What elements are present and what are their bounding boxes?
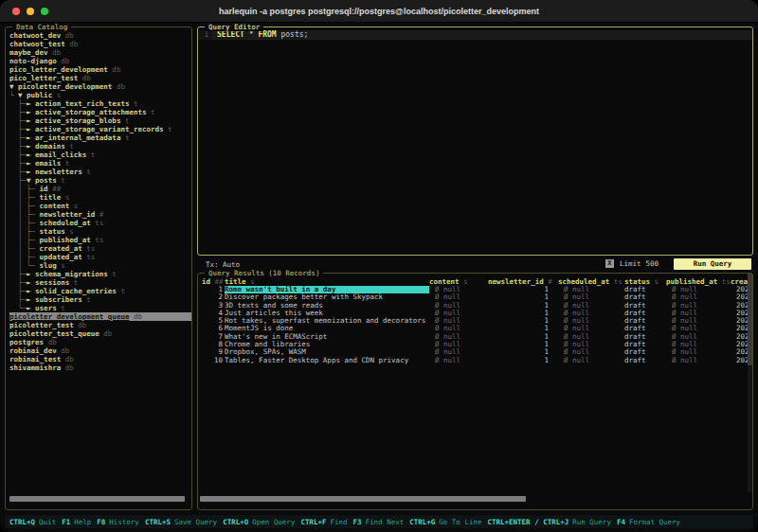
limit-checkbox[interactable]: X — [605, 259, 614, 268]
catalog-item-scheduled_at[interactable]: │ ├─ scheduled_at ts — [9, 219, 191, 227]
cell[interactable]: 10 — [202, 357, 225, 364]
table-row[interactable]: 8Chrome and librariesØ null1Ø nulldraftØ… — [202, 341, 752, 348]
catalog-item-subscribers[interactable]: ├─► subscribers t — [9, 295, 191, 304]
catalog-item-status[interactable]: │ ├─ status s — [9, 227, 191, 236]
cell[interactable]: draft — [624, 317, 666, 325]
cell[interactable]: 7 — [202, 333, 225, 341]
catalog-item-picoletter_development[interactable]: ▼ picoletter_development db — [9, 82, 191, 91]
cell[interactable]: Ø null — [666, 333, 731, 341]
catalog-item-active_storage_variant_records[interactable]: ├─► active_storage_variant_records t — [9, 125, 191, 133]
catalog-item-chatwoot_dev[interactable]: chatwoot_dev db — [9, 31, 191, 40]
shortcut-open-query[interactable]: CTRL+OOpen Query — [223, 518, 295, 526]
catalog-item-picoletter_test[interactable]: picoletter_test db — [9, 321, 191, 329]
table-row[interactable]: 6MomentJS is doneØ null1Ø nulldraftØ nul… — [202, 325, 752, 332]
cell[interactable]: 1 — [488, 317, 558, 325]
catalog-item-sessions[interactable]: ├─► sessions t — [9, 278, 191, 287]
cell[interactable]: Ø null — [558, 325, 624, 332]
cell[interactable]: 1 — [202, 286, 225, 293]
catalog-item-pico_letter_test[interactable]: pico_letter_test db — [9, 74, 191, 82]
cell[interactable]: 8 — [202, 341, 225, 348]
column-header-id[interactable]: id ## — [202, 277, 225, 286]
column-header-title[interactable]: title s — [225, 277, 429, 286]
shortcut-find[interactable]: CTRL+FFind — [300, 518, 347, 526]
shortcut-quit[interactable]: CTRL+QQuit — [9, 518, 56, 526]
catalog-item-picoletter_test_queue[interactable]: picoletter_test_queue db — [9, 329, 191, 338]
cell[interactable]: 1 — [488, 357, 558, 364]
catalog-item-schema_migrations[interactable]: ├─► schema_migrations t — [9, 270, 191, 278]
catalog-item-newsletter_id[interactable]: │ ├─ newsletter_id # — [9, 210, 191, 219]
cell[interactable]: Tables, Faster Desktop Apps and CDN priv… — [225, 357, 429, 364]
limit-value-input[interactable]: 500 — [645, 259, 659, 268]
cell[interactable]: 1 — [488, 302, 558, 310]
run-query-button[interactable]: Run Query — [674, 258, 751, 270]
table-row[interactable]: 1Rome wasn't built in a dayØ null1Ø null… — [202, 286, 752, 293]
minimize-button[interactable] — [27, 8, 34, 15]
cell[interactable]: Ø null — [558, 286, 624, 293]
zoom-button[interactable] — [41, 8, 48, 15]
shortcut-help[interactable]: F1Help — [62, 518, 91, 526]
cell[interactable]: 1 — [488, 348, 558, 356]
cell[interactable]: 1 — [488, 333, 558, 341]
column-header-published_at[interactable]: published_at ts — [666, 277, 731, 286]
cell[interactable]: draft — [624, 357, 666, 364]
catalog-item-pico_letter_development[interactable]: pico_letter_development db — [9, 65, 191, 74]
shortcut-format-query[interactable]: F4Format Query — [617, 518, 680, 526]
cell[interactable]: draft — [624, 302, 666, 310]
cell[interactable]: draft — [624, 341, 666, 348]
column-header-newsletter_id[interactable]: newsletter_id # — [488, 277, 558, 286]
cell[interactable]: Ø null — [429, 302, 488, 310]
cell[interactable]: 6 — [202, 325, 225, 332]
shortcut-go-to-line[interactable]: CTRL+GGo To Line — [409, 518, 481, 526]
cell[interactable]: Ø null — [429, 293, 488, 301]
cell[interactable]: 5 — [202, 317, 225, 325]
catalog-horizontal-scrollbar[interactable] — [9, 496, 185, 502]
catalog-item-created_at[interactable]: │ ├─ created_at ts — [9, 244, 191, 253]
cell[interactable]: Ø null — [558, 357, 624, 364]
catalog-item-published_at[interactable]: │ ├─ published_at ts — [9, 236, 191, 244]
cell[interactable]: draft — [624, 310, 666, 317]
cell[interactable]: Chrome and libraries — [225, 341, 429, 348]
cell[interactable]: draft — [624, 333, 666, 341]
catalog-item-slug[interactable]: │ └─ slug s — [9, 261, 191, 270]
cell[interactable]: Ø null — [429, 341, 488, 348]
cell[interactable]: Ø null — [666, 286, 731, 293]
cell[interactable]: 1 — [488, 293, 558, 301]
catalog-item-robinai_test[interactable]: robinai_test db — [9, 355, 191, 364]
cell[interactable]: Ø null — [558, 293, 624, 301]
catalog-item-ar_internal_metadata[interactable]: ├─► ar_internal_metadata t — [9, 133, 191, 142]
cell[interactable]: 1 — [488, 310, 558, 317]
table-row[interactable]: 7What's new in ECMAScriptØ null1Ø nulldr… — [202, 333, 752, 341]
cell[interactable]: Dropbox, SPAs, WASM — [225, 348, 429, 356]
table-row[interactable]: 33D texts and some readsØ null1Ø nulldra… — [202, 302, 752, 310]
catalog-item-public[interactable]: └ ▼ public s — [9, 91, 191, 99]
cell[interactable]: Ø null — [429, 357, 488, 364]
cell[interactable]: Ø null — [666, 317, 731, 325]
cell[interactable]: Ø null — [429, 333, 488, 341]
code-line[interactable]: 1 SELECT * FROM posts; — [198, 30, 752, 40]
cell[interactable]: Ø null — [666, 302, 731, 310]
column-header-status[interactable]: status s — [624, 277, 666, 286]
cell[interactable]: draft — [624, 286, 666, 293]
table-row[interactable]: 10Tables, Faster Desktop Apps and CDN pr… — [202, 357, 752, 364]
catalog-item-robinai_dev[interactable]: robinai_dev db — [9, 346, 191, 355]
catalog-item-maybe_dev[interactable]: maybe_dev db — [9, 48, 191, 57]
cell[interactable]: What's new in ECMAScript — [225, 333, 429, 341]
cell[interactable]: Just articles this week — [225, 310, 429, 317]
catalog-item-posts[interactable]: ├─▼ posts t — [9, 176, 191, 185]
cell[interactable]: Ø null — [429, 325, 488, 332]
cell[interactable]: 4 — [202, 310, 225, 317]
cell[interactable]: 3D texts and some reads — [225, 302, 429, 310]
cell[interactable]: Ø null — [666, 348, 731, 356]
cell[interactable]: Ø null — [429, 310, 488, 317]
results-horizontal-scrollbar[interactable] — [200, 496, 526, 502]
transaction-mode-label[interactable]: Tx: Auto — [197, 260, 240, 269]
cell[interactable]: 9 — [202, 348, 225, 356]
catalog-item-noto-django[interactable]: noto-django db — [9, 57, 191, 65]
cell[interactable]: draft — [624, 325, 666, 332]
cell[interactable]: Ø null — [666, 341, 731, 348]
cell[interactable]: Ø null — [558, 348, 624, 356]
cell[interactable]: draft — [624, 348, 666, 356]
catalog-item-title[interactable]: │ ├─ title s — [9, 193, 191, 202]
catalog-item-action_text_rich_texts[interactable]: ├─► action_text_rich_texts t — [9, 99, 191, 108]
query-editor-panel[interactable]: Query Editor 1 SELECT * FROM posts; — [197, 27, 753, 256]
